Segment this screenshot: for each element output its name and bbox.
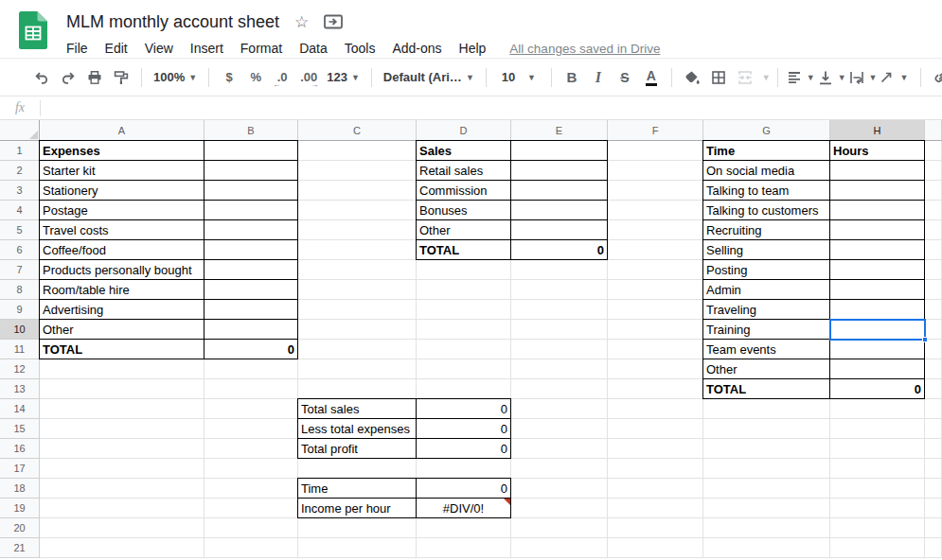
cell-A21[interactable] — [40, 538, 204, 558]
cell-D20[interactable] — [417, 518, 511, 538]
cell-G5[interactable]: Recruiting — [703, 220, 830, 240]
cell-G15[interactable] — [703, 419, 830, 439]
cell-B11[interactable]: 0 — [204, 340, 298, 359]
cell-F1[interactable] — [608, 141, 703, 161]
cell-G19[interactable] — [703, 499, 830, 518]
column-header-D[interactable]: D — [417, 120, 511, 141]
cell-H13[interactable]: 0 — [830, 379, 925, 399]
cell-A15[interactable] — [40, 419, 204, 439]
cell-B10[interactable] — [204, 320, 298, 340]
row-header-13[interactable]: 13 — [0, 379, 40, 399]
format-currency-button[interactable]: $ — [217, 65, 241, 90]
row-header-8[interactable]: 8 — [0, 280, 40, 300]
cell-H2[interactable] — [830, 161, 925, 181]
menu-edit[interactable]: Edit — [97, 39, 136, 58]
cell-D16[interactable]: 0 — [417, 439, 511, 459]
redo-button[interactable] — [56, 65, 80, 90]
cell-C18[interactable]: Time — [298, 479, 417, 499]
fill-handle[interactable] — [922, 337, 928, 342]
column-header-E[interactable]: E — [511, 120, 608, 141]
cell-D7[interactable] — [417, 260, 511, 280]
cell-G9[interactable]: Traveling — [703, 300, 830, 320]
font-family-select[interactable]: Default (Ari…▼ — [380, 65, 478, 90]
column-header-G[interactable]: G — [703, 120, 830, 141]
cell-H10[interactable] — [830, 320, 925, 340]
row-header-9[interactable]: 9 — [0, 300, 40, 320]
cell-D1[interactable]: Sales — [417, 141, 511, 161]
cell-A11[interactable]: TOTAL — [40, 340, 204, 359]
cell-E17[interactable] — [511, 459, 608, 479]
cell-F8[interactable] — [608, 280, 703, 300]
row-header-21[interactable]: 21 — [0, 538, 40, 558]
cell-partial-16[interactable] — [925, 439, 942, 459]
cell-C16[interactable]: Total profit — [298, 439, 417, 459]
cell-G16[interactable] — [703, 439, 830, 459]
cell-A4[interactable]: Postage — [40, 201, 204, 220]
cell-A20[interactable] — [40, 518, 204, 538]
row-header-11[interactable]: 11 — [0, 340, 40, 359]
row-header-14[interactable]: 14 — [0, 399, 40, 419]
move-to-drive-icon[interactable] — [324, 14, 343, 29]
cell-H7[interactable] — [830, 260, 925, 280]
cell-B19[interactable] — [204, 499, 298, 518]
cell-A8[interactable]: Room/table hire — [40, 280, 204, 300]
cell-G1[interactable]: Time — [703, 141, 830, 161]
cell-F12[interactable] — [608, 359, 703, 379]
cell-E5[interactable] — [511, 220, 608, 240]
cell-G7[interactable]: Posting — [703, 260, 830, 280]
cell-B21[interactable] — [204, 538, 298, 558]
strikethrough-button[interactable]: S — [613, 65, 637, 90]
row-header-6[interactable]: 6 — [0, 240, 40, 260]
cell-partial-8[interactable] — [925, 280, 942, 300]
cell-F21[interactable] — [608, 538, 703, 558]
cell-D9[interactable] — [417, 300, 511, 320]
row-header-1[interactable]: 1 — [0, 141, 40, 161]
row-header-12[interactable]: 12 — [0, 359, 40, 379]
row-header-4[interactable]: 4 — [0, 201, 40, 220]
cell-F7[interactable] — [608, 260, 703, 280]
cell-D11[interactable] — [417, 340, 511, 359]
cell-F2[interactable] — [608, 161, 703, 181]
sheets-logo[interactable] — [19, 11, 47, 53]
cell-B3[interactable] — [204, 181, 298, 201]
cell-D12[interactable] — [417, 359, 511, 379]
cell-D15[interactable]: 0 — [417, 419, 511, 439]
cell-B9[interactable] — [204, 300, 298, 320]
cell-B16[interactable] — [204, 439, 298, 459]
cell-C4[interactable] — [298, 201, 417, 220]
cell-B17[interactable] — [204, 459, 298, 479]
cell-H15[interactable] — [830, 419, 925, 439]
cell-C10[interactable] — [298, 320, 417, 340]
column-header-F[interactable]: F — [608, 120, 703, 141]
cell-partial-14[interactable] — [925, 399, 942, 419]
row-header-15[interactable]: 15 — [0, 419, 40, 439]
column-header-partial[interactable] — [925, 120, 942, 141]
cell-D21[interactable] — [417, 538, 511, 558]
cell-D6[interactable]: TOTAL — [417, 240, 511, 260]
cell-B15[interactable] — [204, 419, 298, 439]
increase-decimal-button[interactable]: .00→ — [296, 65, 321, 90]
cell-partial-20[interactable] — [925, 518, 942, 538]
cell-B6[interactable] — [204, 240, 298, 260]
cell-E16[interactable] — [511, 439, 608, 459]
vertical-align-button[interactable]: ▼ — [817, 65, 846, 90]
row-header-5[interactable]: 5 — [0, 220, 40, 240]
cell-D14[interactable]: 0 — [417, 399, 511, 419]
cell-B5[interactable] — [204, 220, 298, 240]
cell-F15[interactable] — [608, 419, 703, 439]
cell-H18[interactable] — [830, 479, 925, 499]
cell-A14[interactable] — [40, 399, 204, 419]
cell-E11[interactable] — [511, 340, 608, 359]
paint-format-button[interactable] — [109, 65, 133, 90]
cell-E15[interactable] — [511, 419, 608, 439]
cell-H19[interactable] — [830, 499, 925, 518]
row-header-3[interactable]: 3 — [0, 181, 40, 201]
column-header-A[interactable]: A — [40, 120, 204, 141]
bold-button[interactable]: B — [560, 65, 584, 90]
text-rotation-button[interactable]: ▼ — [879, 65, 908, 90]
cell-C15[interactable]: Less total expenses — [298, 419, 417, 439]
format-percent-button[interactable]: % — [243, 65, 268, 90]
save-status-link[interactable]: All changes saved in Drive — [509, 42, 660, 56]
print-button[interactable] — [82, 65, 107, 90]
cell-D4[interactable]: Bonuses — [417, 201, 511, 220]
